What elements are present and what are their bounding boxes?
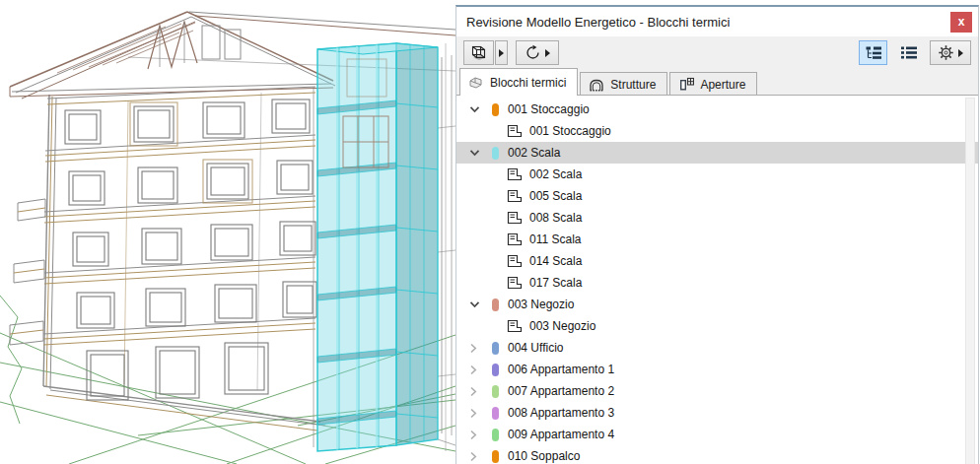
tab-strutture[interactable]: Strutture [580, 72, 667, 96]
3d-view-cube-icon [469, 44, 488, 62]
3d-viewport[interactable] [0, 0, 455, 464]
chevron-down-icon[interactable] [469, 300, 486, 308]
tree-zone-row[interactable]: 002 Scala [456, 164, 978, 185]
facade-windows [65, 99, 316, 400]
thermal-block-icon [468, 76, 484, 90]
zone-color-chip [492, 103, 499, 116]
tree-view-button[interactable] [859, 40, 887, 65]
tree-item-label: 006 Appartamento 1 [508, 363, 614, 376]
chevron-right-icon[interactable] [469, 451, 486, 462]
tree-item-label: 009 Appartamento 4 [508, 428, 614, 441]
zone-stamp-icon [507, 254, 523, 268]
chevron-right-icon[interactable] [469, 365, 486, 375]
zone-color-chip [492, 147, 499, 160]
chevron-right-icon[interactable] [469, 343, 486, 354]
tree-group-row[interactable]: 004 Ufficio [456, 337, 978, 359]
tree-zone-row[interactable]: 017 Scala [456, 272, 978, 294]
zone-color-chip [492, 407, 499, 420]
tree-view-icon [865, 45, 882, 60]
palette-titlebar[interactable]: Revisione Modello Energetico - Blocchi t… [456, 7, 978, 36]
zone-color-chip [492, 298, 499, 311]
settings-button[interactable] [930, 40, 971, 65]
zone-color-chip [492, 342, 499, 355]
tab-label: Strutture [610, 78, 656, 92]
chevron-down-icon[interactable] [469, 105, 486, 113]
palette-toolbar [456, 36, 978, 69]
tree-zone-row[interactable]: 003 Negozio [456, 315, 978, 337]
tree-group-row[interactable]: 003 Negozio [456, 294, 978, 315]
tree-item-label: 004 Ufficio [508, 341, 563, 355]
zone-stamp-icon [507, 167, 523, 181]
dropdown-arrow-icon [499, 49, 504, 57]
tree-zone-row[interactable]: 001 Stoccaggio [456, 120, 978, 142]
tree-item-label: 008 Scala [529, 211, 582, 225]
tree-scrollbar[interactable] [965, 98, 975, 464]
chevron-right-icon[interactable] [469, 408, 486, 419]
palette-tabbar: Blocchi termici Strutture [456, 69, 978, 96]
tab-aperture[interactable]: Aperture [669, 72, 757, 96]
zone-stamp-icon [507, 124, 523, 138]
zone-stamp-icon [507, 189, 523, 203]
list-view-icon [900, 45, 918, 60]
tree-group-row[interactable]: 002 Scala [456, 142, 978, 164]
tree-group-row[interactable]: 006 Appartamento 1 [456, 359, 978, 380]
chevron-down-icon[interactable] [469, 149, 486, 157]
zone-color-chip [492, 364, 499, 376]
tree-group-row[interactable]: 007 Appartamento 2 [456, 380, 978, 402]
tree-item-label: 007 Appartamento 2 [508, 384, 614, 398]
tree-item-label: 008 Appartamento 3 [508, 406, 614, 420]
building-wireframe-drawing [0, 0, 455, 464]
tree-item-label: 017 Scala [529, 276, 582, 290]
zone-color-chip [492, 429, 499, 441]
tree-item-label: 011 Scala [529, 232, 581, 246]
tree-zone-row[interactable]: 014 Scala [456, 250, 978, 272]
3d-view-button[interactable] [463, 40, 494, 65]
zone-color-chip [492, 450, 499, 463]
zone-stamp-icon [507, 276, 523, 290]
tree-item-label: 002 Scala [508, 146, 560, 160]
zone-stamp-icon [507, 211, 523, 225]
refresh-icon [525, 44, 541, 61]
tree-item-label: 005 Scala [529, 189, 582, 203]
tree-zone-row[interactable]: 008 Scala [456, 207, 978, 229]
tree-item-label: 002 Scala [529, 167, 582, 181]
chevron-right-icon[interactable] [469, 386, 486, 397]
palette-title: Revisione Modello Energetico - Blocchi t… [466, 15, 950, 30]
tree-zone-row[interactable]: 011 Scala [456, 229, 978, 250]
energy-model-review-palette: Revisione Modello Energetico - Blocchi t… [455, 5, 979, 464]
3d-view-dropdown-button[interactable] [495, 40, 508, 65]
balconies [10, 199, 45, 345]
tree-item-label: 003 Negozio [508, 298, 574, 311]
tree-group-row[interactable]: 010 Soppalco [456, 445, 978, 464]
tab-label: Blocchi termici [490, 76, 566, 90]
tree-item-label: 003 Negozio [529, 319, 595, 333]
tree-item-label: 014 Scala [529, 254, 582, 268]
thermal-blocks-tree: 001 Stoccaggio001 Stoccaggio002 Scala002… [456, 96, 978, 464]
highlighted-thermal-block [317, 43, 438, 451]
dropdown-arrow-icon [545, 49, 550, 57]
tree-item-label: 001 Stoccaggio [529, 124, 611, 138]
tree-item-label: 010 Soppalco [508, 449, 580, 463]
list-view-button[interactable] [894, 40, 923, 65]
view-mode-group [859, 40, 971, 65]
tree-group-row[interactable]: 008 Appartamento 3 [456, 402, 978, 424]
app-window: Revisione Modello Energetico - Blocchi t… [0, 0, 980, 464]
opening-door-icon [678, 77, 694, 92]
tree-group-row[interactable]: 001 Stoccaggio [456, 99, 978, 120]
tab-blocchi-termici[interactable]: Blocchi termici [459, 68, 578, 96]
settings-gear-icon [938, 44, 954, 61]
zone-stamp-icon [507, 319, 523, 333]
zone-stamp-icon [507, 232, 523, 246]
dropdown-arrow-icon [958, 49, 963, 57]
tab-label: Aperture [700, 78, 745, 92]
tree-zone-row[interactable]: 005 Scala [456, 185, 978, 207]
close-button[interactable]: x [950, 12, 972, 33]
zone-color-chip [492, 385, 499, 398]
tree-group-row[interactable]: 009 Appartamento 4 [456, 424, 978, 445]
chevron-right-icon[interactable] [469, 430, 486, 440]
tree-item-label: 001 Stoccaggio [508, 102, 590, 116]
update-button[interactable] [516, 40, 559, 65]
structure-arch-icon [589, 78, 604, 92]
